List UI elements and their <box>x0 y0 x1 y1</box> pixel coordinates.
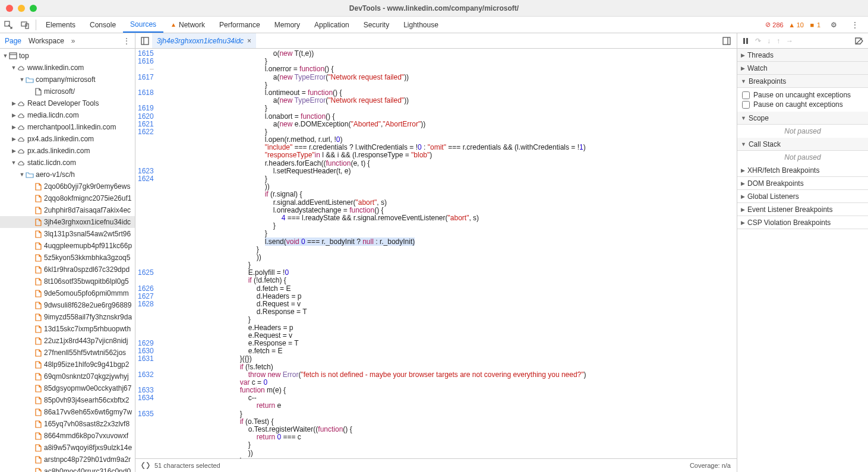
section-breakpoints[interactable]: ▼Breakpoints <box>737 75 868 88</box>
tree-item[interactable]: ▶media.licdn.com <box>0 109 135 121</box>
sidebar-more-icon[interactable]: ⋮ <box>123 37 130 45</box>
section-event-listener-breakpoints[interactable]: ▶Event Listener Breakpoints <box>737 203 868 216</box>
pause-icon[interactable] <box>742 37 749 45</box>
step-out-icon[interactable]: ↑ <box>777 37 780 45</box>
tree-label: ac8h0moc40rrurc316c0nd0 <box>44 467 131 472</box>
panel-tab-sources[interactable]: Sources <box>123 17 163 33</box>
sidebar-tab-workspace[interactable]: Workspace <box>29 37 64 45</box>
sidebar-tab-page[interactable]: Page <box>5 37 21 45</box>
tree-label: 85dgsyopmw0e0cckyathj67 <box>44 384 131 392</box>
tree-item[interactable]: 9dwsuli8f628e2ue6rg96889 <box>0 299 135 311</box>
tree-item[interactable]: 48lp95ize1hlfo9c9g41bgp2 <box>0 359 135 370</box>
tree-item[interactable]: 85p0vh93j4searh56cxbftx2 <box>0 394 135 406</box>
tree-item[interactable]: ▶React Developer Tools <box>0 97 135 109</box>
tree-label: 48lp95ize1hlfo9c9g41bgp2 <box>44 360 129 369</box>
section-global-listeners[interactable]: ▶Global Listeners <box>737 190 868 203</box>
file-icon <box>33 302 43 309</box>
close-tab-icon[interactable]: × <box>247 37 251 45</box>
close-window-icon[interactable] <box>6 5 13 12</box>
tree-item[interactable]: ▶merchantpool1.linkedin.com <box>0 121 135 133</box>
tree-item[interactable]: arstnpc48p729h01vdm9a2r <box>0 454 135 465</box>
deactivate-breakpoints-icon[interactable] <box>855 37 863 45</box>
minimize-window-icon[interactable] <box>18 5 25 12</box>
section-watch[interactable]: ▶Watch <box>737 62 868 75</box>
file-icon <box>33 230 43 238</box>
tree-item[interactable]: 5z5kyon53kkmbhka3gzoq5 <box>0 252 135 264</box>
pause-caught-checkbox[interactable]: Pause on caught exceptions <box>742 100 863 109</box>
file-icon <box>33 349 43 357</box>
section-callstack[interactable]: ▼Call Stack <box>737 138 868 151</box>
file-icon <box>33 408 43 416</box>
tree-item[interactable]: 6kl1r9hra0spzdl67c329dpd <box>0 264 135 275</box>
tree-item[interactable]: 9imyzd558ail7fy3hznskr9da <box>0 311 135 323</box>
tree-label: 4uqgpleemupb4pf911kc66p <box>44 242 132 250</box>
tree-item[interactable]: 2qqo8okfmignc2075ie26uf1 <box>0 192 135 204</box>
tree-item[interactable]: 22uz1jx8rd443p7vjicn8nidj <box>0 335 135 347</box>
warning-icon: ▲ <box>171 21 176 28</box>
warning-count[interactable]: ▲10 <box>788 21 804 28</box>
pause-uncaught-checkbox[interactable]: Pause on uncaught exceptions <box>742 90 863 100</box>
navigator-toggle-icon[interactable] <box>138 37 152 45</box>
section-csp-violation-breakpoints[interactable]: ▶CSP Violation Breakpoints <box>737 216 868 229</box>
file-icon <box>33 195 43 202</box>
panel-tab-network[interactable]: ▲Network <box>163 17 212 33</box>
tree-item[interactable]: 86a17vv8eh65x6wt6gmy7w <box>0 406 135 418</box>
main-toolbar: ElementsConsoleSources▲NetworkPerformanc… <box>0 17 868 33</box>
panel-tab-security[interactable]: Security <box>356 17 396 33</box>
panel-tab-performance[interactable]: Performance <box>212 17 267 33</box>
tree-item[interactable]: a8i9w57wqoyi8fjxs9ulzk14e <box>0 442 135 454</box>
step-icon[interactable]: → <box>786 37 793 45</box>
tree-item[interactable]: 27fnenll55hf5vtwtni562jos <box>0 347 135 359</box>
tree-item[interactable]: 2qo06b0yji7gk9r0emy6ews <box>0 180 135 192</box>
panel-tab-application[interactable]: Application <box>307 17 356 33</box>
zoom-window-icon[interactable] <box>30 5 37 12</box>
settings-icon[interactable]: ⚙ <box>825 21 842 29</box>
tree-item[interactable]: 13d15skc7ixmp5rhbuopwth <box>0 323 135 335</box>
step-into-icon[interactable]: ↓ <box>767 37 771 45</box>
editor-tab[interactable]: 3jh4e3rghxoxn1icefnu34idc × <box>152 33 256 48</box>
tree-item[interactable]: ▼static.licdn.com <box>0 157 135 169</box>
file-icon <box>33 183 43 191</box>
tree-label: 85p0vh93j4searh56cxbftx2 <box>44 396 129 404</box>
step-over-icon[interactable]: ↷ <box>755 37 761 45</box>
tree-item[interactable]: 69qm0snkntz07qkgzjywhyj <box>0 370 135 382</box>
tree-item[interactable]: ▶px4.ads.linkedin.com <box>0 133 135 145</box>
tree-item[interactable]: 9de5omou5pfo6pmi0mmm <box>0 287 135 299</box>
code-editor[interactable]: 16151616–1617 1618 1619162016211622 1623… <box>135 49 737 458</box>
tree-item[interactable]: ac8h0moc40rrurc316c0nd0 <box>0 465 135 472</box>
sidebar-tabs-more-icon[interactable]: » <box>71 37 75 45</box>
tree-item[interactable]: microsoft/ <box>0 85 135 97</box>
error-count[interactable]: ⊘286 <box>764 21 783 28</box>
tree-item[interactable]: ▼aero-v1/sc/h <box>0 169 135 180</box>
tree-item[interactable]: ▶px.ads.linkedin.com <box>0 145 135 157</box>
section-xhr-fetch-breakpoints[interactable]: ▶XHR/fetch Breakpoints <box>737 164 868 177</box>
pretty-print-icon[interactable] <box>141 462 150 469</box>
tree-item[interactable]: 4uqgpleemupb4pf911kc66p <box>0 240 135 252</box>
tree-item[interactable]: ▼top <box>0 50 135 62</box>
issue-count[interactable]: ■1 <box>809 21 820 28</box>
tree-item[interactable]: 8t106sotf35bwqpitb6lpl0g5 <box>0 275 135 287</box>
tree-label: 69qm0snkntz07qkgzjywhyj <box>44 372 129 381</box>
device-icon[interactable] <box>17 17 33 33</box>
tree-label: 9de5omou5pfo6pmi0mmm <box>44 289 129 297</box>
tree-item[interactable]: 85dgsyopmw0e0cckyathj67 <box>0 382 135 394</box>
tree-label: px.ads.linkedin.com <box>27 147 90 155</box>
debugger-toggle-icon[interactable] <box>719 37 734 45</box>
panel-tab-console[interactable]: Console <box>83 17 123 33</box>
tree-item[interactable]: 8664mmd6k8po7vxuvowxf <box>0 430 135 442</box>
tree-item[interactable]: 3jh4e3rghxoxn1icefnu34idc <box>0 216 135 228</box>
panel-tab-elements[interactable]: Elements <box>39 17 83 33</box>
tree-item[interactable]: 3lq131p3snal54aw2wt5rt96 <box>0 228 135 240</box>
file-tree[interactable]: ▼top▼www.linkedin.com▼company/microsoftm… <box>0 49 135 472</box>
more-icon[interactable]: ⋮ <box>847 21 863 29</box>
tree-item[interactable]: ▼company/microsoft <box>0 74 135 85</box>
tree-item[interactable]: ▼www.linkedin.com <box>0 62 135 74</box>
section-threads[interactable]: ▶Threads <box>737 49 868 62</box>
panel-tab-memory[interactable]: Memory <box>267 17 307 33</box>
section-dom-breakpoints[interactable]: ▶DOM Breakpoints <box>737 177 868 190</box>
panel-tab-lighthouse[interactable]: Lighthouse <box>396 17 446 33</box>
tree-item[interactable]: 2uhphir8d7aisaqaf7akix4ec <box>0 204 135 216</box>
section-scope[interactable]: ▼Scope <box>737 112 868 125</box>
inspect-icon[interactable] <box>0 17 17 33</box>
tree-item[interactable]: 165yq7vh08sast8z2x3zlvf8 <box>0 418 135 430</box>
